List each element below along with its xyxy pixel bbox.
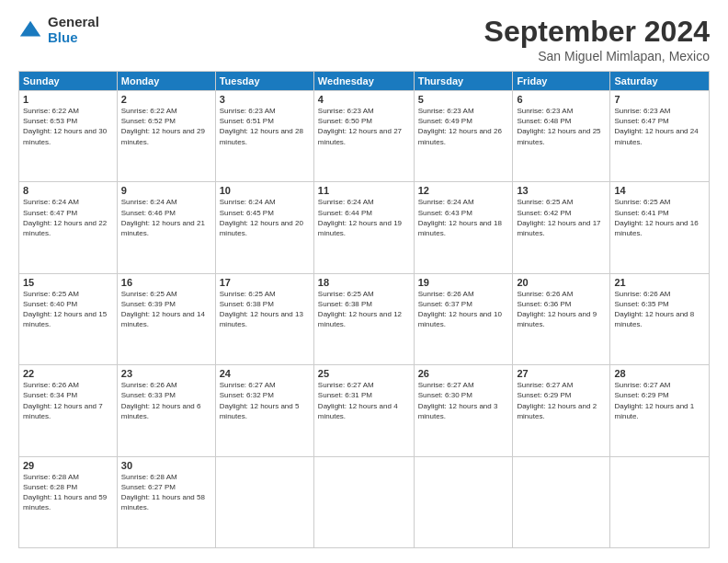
day-info: Sunrise: 6:22 AMSunset: 6:52 PMDaylight:… bbox=[121, 106, 211, 147]
day-info: Sunrise: 6:26 AMSunset: 6:34 PMDaylight:… bbox=[23, 380, 113, 421]
calendar-cell-0-6: 7 Sunrise: 6:23 AMSunset: 6:47 PMDayligh… bbox=[610, 91, 710, 182]
day-number: 2 bbox=[121, 94, 211, 105]
calendar-cell-2-3: 18 Sunrise: 6:25 AMSunset: 6:38 PMDaylig… bbox=[313, 273, 414, 364]
day-info: Sunrise: 6:27 AMSunset: 6:32 PMDaylight:… bbox=[220, 380, 310, 421]
day-info: Sunrise: 6:26 AMSunset: 6:37 PMDaylight:… bbox=[418, 289, 509, 330]
calendar-cell-1-4: 12 Sunrise: 6:24 AMSunset: 6:43 PMDaylig… bbox=[414, 182, 513, 273]
day-number: 14 bbox=[614, 185, 705, 196]
day-info: Sunrise: 6:24 AMSunset: 6:47 PMDaylight:… bbox=[23, 197, 113, 238]
day-number: 27 bbox=[517, 368, 606, 379]
day-info: Sunrise: 6:27 AMSunset: 6:31 PMDaylight:… bbox=[318, 380, 410, 421]
col-sunday: Sunday bbox=[19, 72, 118, 91]
day-number: 3 bbox=[220, 94, 310, 105]
col-monday: Monday bbox=[117, 72, 215, 91]
location: San Miguel Mimlapan, Mexico bbox=[484, 49, 710, 63]
week-row-2: 8 Sunrise: 6:24 AMSunset: 6:47 PMDayligh… bbox=[19, 182, 710, 273]
calendar-cell-0-4: 5 Sunrise: 6:23 AMSunset: 6:49 PMDayligh… bbox=[414, 91, 513, 182]
day-number: 23 bbox=[121, 368, 211, 379]
page: General Blue September 2024 San Miguel M… bbox=[0, 0, 728, 563]
calendar-table: Sunday Monday Tuesday Wednesday Thursday… bbox=[18, 71, 710, 548]
week-row-5: 29 Sunrise: 6:28 AMSunset: 6:28 PMDaylig… bbox=[19, 456, 710, 547]
calendar-cell-0-0: 1 Sunrise: 6:22 AMSunset: 6:53 PMDayligh… bbox=[19, 91, 118, 182]
calendar-cell-1-6: 14 Sunrise: 6:25 AMSunset: 6:41 PMDaylig… bbox=[610, 182, 710, 273]
day-number: 10 bbox=[220, 185, 310, 196]
title-block: September 2024 San Miguel Mimlapan, Mexi… bbox=[484, 15, 710, 63]
day-info: Sunrise: 6:26 AMSunset: 6:33 PMDaylight:… bbox=[121, 380, 211, 421]
col-friday: Friday bbox=[513, 72, 610, 91]
header: General Blue September 2024 San Miguel M… bbox=[18, 15, 710, 63]
day-number: 26 bbox=[418, 368, 509, 379]
calendar-cell-0-3: 4 Sunrise: 6:23 AMSunset: 6:50 PMDayligh… bbox=[313, 91, 414, 182]
day-info: Sunrise: 6:27 AMSunset: 6:30 PMDaylight:… bbox=[418, 380, 509, 421]
calendar-cell-3-4: 26 Sunrise: 6:27 AMSunset: 6:30 PMDaylig… bbox=[414, 365, 513, 456]
day-number: 17 bbox=[220, 277, 310, 288]
day-number: 20 bbox=[517, 277, 606, 288]
day-number: 19 bbox=[418, 277, 509, 288]
day-number: 22 bbox=[23, 368, 113, 379]
day-number: 1 bbox=[23, 94, 113, 105]
calendar-cell-1-2: 10 Sunrise: 6:24 AMSunset: 6:45 PMDaylig… bbox=[215, 182, 313, 273]
day-info: Sunrise: 6:25 AMSunset: 6:40 PMDaylight:… bbox=[23, 289, 113, 330]
day-number: 29 bbox=[23, 460, 113, 471]
calendar-cell-2-5: 20 Sunrise: 6:26 AMSunset: 6:36 PMDaylig… bbox=[513, 273, 610, 364]
calendar-cell-2-4: 19 Sunrise: 6:26 AMSunset: 6:37 PMDaylig… bbox=[414, 273, 513, 364]
day-number: 9 bbox=[121, 185, 211, 196]
calendar-cell-3-0: 22 Sunrise: 6:26 AMSunset: 6:34 PMDaylig… bbox=[19, 365, 118, 456]
calendar-cell-1-0: 8 Sunrise: 6:24 AMSunset: 6:47 PMDayligh… bbox=[19, 182, 118, 273]
day-info: Sunrise: 6:25 AMSunset: 6:38 PMDaylight:… bbox=[220, 289, 310, 330]
day-info: Sunrise: 6:28 AMSunset: 6:27 PMDaylight:… bbox=[121, 472, 211, 513]
day-info: Sunrise: 6:23 AMSunset: 6:51 PMDaylight:… bbox=[220, 106, 310, 147]
day-number: 25 bbox=[318, 368, 410, 379]
day-info: Sunrise: 6:24 AMSunset: 6:43 PMDaylight:… bbox=[418, 197, 509, 238]
day-info: Sunrise: 6:25 AMSunset: 6:39 PMDaylight:… bbox=[121, 289, 211, 330]
day-info: Sunrise: 6:24 AMSunset: 6:44 PMDaylight:… bbox=[318, 197, 410, 238]
day-number: 7 bbox=[614, 94, 705, 105]
calendar-header-row: Sunday Monday Tuesday Wednesday Thursday… bbox=[19, 72, 710, 91]
calendar-cell-4-3 bbox=[313, 456, 414, 547]
calendar-cell-3-6: 28 Sunrise: 6:27 AMSunset: 6:29 PMDaylig… bbox=[610, 365, 710, 456]
calendar-cell-0-1: 2 Sunrise: 6:22 AMSunset: 6:52 PMDayligh… bbox=[117, 91, 215, 182]
calendar-cell-4-6 bbox=[610, 456, 710, 547]
calendar-cell-0-5: 6 Sunrise: 6:23 AMSunset: 6:48 PMDayligh… bbox=[513, 91, 610, 182]
calendar-cell-4-1: 30 Sunrise: 6:28 AMSunset: 6:27 PMDaylig… bbox=[117, 456, 215, 547]
day-number: 6 bbox=[517, 94, 606, 105]
svg-marker-0 bbox=[20, 20, 40, 36]
day-number: 15 bbox=[23, 277, 113, 288]
calendar-cell-1-3: 11 Sunrise: 6:24 AMSunset: 6:44 PMDaylig… bbox=[313, 182, 414, 273]
logo-general: General bbox=[48, 15, 99, 30]
week-row-3: 15 Sunrise: 6:25 AMSunset: 6:40 PMDaylig… bbox=[19, 273, 710, 364]
day-number: 30 bbox=[121, 460, 211, 471]
col-wednesday: Wednesday bbox=[313, 72, 414, 91]
day-info: Sunrise: 6:25 AMSunset: 6:38 PMDaylight:… bbox=[318, 289, 410, 330]
logo-text: General Blue bbox=[48, 15, 99, 45]
calendar-cell-0-2: 3 Sunrise: 6:23 AMSunset: 6:51 PMDayligh… bbox=[215, 91, 313, 182]
calendar-cell-1-5: 13 Sunrise: 6:25 AMSunset: 6:42 PMDaylig… bbox=[513, 182, 610, 273]
day-info: Sunrise: 6:23 AMSunset: 6:49 PMDaylight:… bbox=[418, 106, 509, 147]
day-info: Sunrise: 6:27 AMSunset: 6:29 PMDaylight:… bbox=[517, 380, 606, 421]
day-number: 8 bbox=[23, 185, 113, 196]
calendar-cell-3-3: 25 Sunrise: 6:27 AMSunset: 6:31 PMDaylig… bbox=[313, 365, 414, 456]
day-number: 5 bbox=[418, 94, 509, 105]
logo-icon bbox=[18, 17, 44, 43]
day-info: Sunrise: 6:27 AMSunset: 6:29 PMDaylight:… bbox=[614, 380, 705, 421]
day-number: 18 bbox=[318, 277, 410, 288]
calendar-cell-3-2: 24 Sunrise: 6:27 AMSunset: 6:32 PMDaylig… bbox=[215, 365, 313, 456]
day-number: 16 bbox=[121, 277, 211, 288]
day-number: 12 bbox=[418, 185, 509, 196]
day-info: Sunrise: 6:24 AMSunset: 6:45 PMDaylight:… bbox=[220, 197, 310, 238]
day-info: Sunrise: 6:28 AMSunset: 6:28 PMDaylight:… bbox=[23, 472, 113, 513]
calendar-cell-3-1: 23 Sunrise: 6:26 AMSunset: 6:33 PMDaylig… bbox=[117, 365, 215, 456]
day-info: Sunrise: 6:26 AMSunset: 6:35 PMDaylight:… bbox=[614, 289, 705, 330]
calendar-cell-4-4 bbox=[414, 456, 513, 547]
col-tuesday: Tuesday bbox=[215, 72, 313, 91]
day-info: Sunrise: 6:24 AMSunset: 6:46 PMDaylight:… bbox=[121, 197, 211, 238]
day-number: 28 bbox=[614, 368, 705, 379]
day-number: 4 bbox=[318, 94, 410, 105]
day-number: 13 bbox=[517, 185, 606, 196]
day-number: 24 bbox=[220, 368, 310, 379]
week-row-1: 1 Sunrise: 6:22 AMSunset: 6:53 PMDayligh… bbox=[19, 91, 710, 182]
calendar-cell-4-5 bbox=[513, 456, 610, 547]
week-row-4: 22 Sunrise: 6:26 AMSunset: 6:34 PMDaylig… bbox=[19, 365, 710, 456]
month-title: September 2024 bbox=[484, 15, 710, 49]
calendar-cell-2-2: 17 Sunrise: 6:25 AMSunset: 6:38 PMDaylig… bbox=[215, 273, 313, 364]
